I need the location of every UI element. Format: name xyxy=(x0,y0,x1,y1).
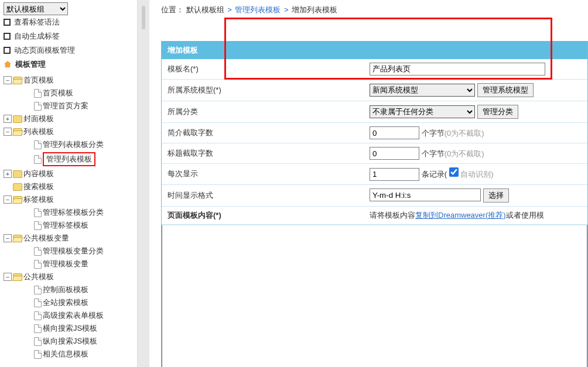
tree-label: 高级搜索表单模板 xyxy=(43,310,104,321)
file-icon xyxy=(34,337,42,346)
dynamic-page-template-mgmt[interactable]: 动态页面模板管理 xyxy=(4,43,137,57)
tree-leaf-list-manage[interactable]: 管理列表模板 xyxy=(4,151,137,167)
row-editor xyxy=(162,224,587,367)
tree-node-list[interactable]: − 列表模板 xyxy=(4,125,137,138)
expand-icon[interactable]: + xyxy=(4,115,12,123)
tree-label: 相关信息模板 xyxy=(43,349,88,359)
file-icon xyxy=(34,89,42,98)
breadcrumb-link-list[interactable]: 管理列表模板 xyxy=(235,5,281,14)
panel-title: 增加模板 xyxy=(162,42,587,59)
perpage-input[interactable] xyxy=(370,168,419,181)
template-name-input[interactable] xyxy=(370,63,545,76)
tree-leaf-tag-manage[interactable]: 管理标签模板 xyxy=(4,219,137,232)
collapse-icon[interactable]: − xyxy=(4,273,12,281)
auto-detect-checkbox[interactable] xyxy=(449,167,459,177)
splitter-handle-icon xyxy=(142,6,145,29)
dreamweaver-link[interactable]: 复制到Dreamweaver(推荐) xyxy=(415,211,506,219)
tree-node-search[interactable]: 搜索模板 xyxy=(4,180,137,193)
tree-line-icon xyxy=(4,183,12,191)
tree-label: 横向搜索JS模板 xyxy=(43,323,97,334)
tree-leaf-home-template[interactable]: 首页模板 xyxy=(4,87,137,100)
tree-line-icon xyxy=(25,102,33,110)
collapse-icon[interactable]: − xyxy=(4,195,12,204)
file-icon xyxy=(34,221,42,230)
tree-node-cover[interactable]: + 封面模板 xyxy=(4,112,137,125)
file-icon xyxy=(34,247,42,256)
file-icon xyxy=(34,311,42,320)
collapse-icon[interactable]: − xyxy=(4,76,12,84)
tree-node-pub[interactable]: − 公共模板 xyxy=(4,270,137,283)
template-group-select[interactable]: 默认模板组 xyxy=(4,2,68,15)
file-icon xyxy=(34,260,42,269)
expand-icon[interactable]: + xyxy=(4,170,12,178)
tree-leaf-pubvar-category[interactable]: 管理模板变量分类 xyxy=(4,245,137,258)
field-label: 时间显示格式 xyxy=(162,184,364,206)
time-format-input[interactable] xyxy=(370,188,481,201)
tree-label: 管理模板变量分类 xyxy=(43,246,104,256)
tree-leaf-pub-vjs[interactable]: 纵向搜索JS模板 xyxy=(4,335,137,348)
breadcrumb-prefix: 位置： xyxy=(161,5,184,14)
tree-leaf-pub-control[interactable]: 控制面板模板 xyxy=(4,283,137,296)
splitter[interactable] xyxy=(138,0,149,367)
row-title-chars: 标题截取字数 个字节(0为不截取) xyxy=(162,143,587,164)
tree-node-content[interactable]: + 内容模板 xyxy=(4,167,137,180)
row-timeformat: 时间显示格式 选择 xyxy=(162,184,587,206)
folder-icon xyxy=(13,183,22,191)
choose-time-format-button[interactable]: 选择 xyxy=(483,188,509,203)
system-model-select[interactable]: 新闻系统模型 xyxy=(370,84,475,97)
field-hint: (0为不截取) xyxy=(445,149,484,158)
folder-icon xyxy=(13,235,22,242)
tree-leaf-pub-hjs[interactable]: 横向搜索JS模板 xyxy=(4,322,137,335)
field-hint: 请将模板内容 xyxy=(370,211,415,219)
form-table: 模板名(*) 所属系统模型(*) 新闻系统模型 管理系统模型 所属分类 xyxy=(162,59,587,367)
folder-icon xyxy=(13,170,22,178)
folder-icon xyxy=(13,196,22,204)
tree-leaf-home-scheme[interactable]: 管理首页方案 xyxy=(4,100,137,112)
manage-system-model-button[interactable]: 管理系统模型 xyxy=(477,83,534,97)
category-select[interactable]: 不隶属于任何分类 xyxy=(370,105,475,118)
row-category: 所属分类 不隶属于任何分类 管理分类 xyxy=(162,101,587,123)
row-content-label: 页面模板内容(*) 请将模板内容复制到Dreamweaver(推荐)或者使用模 xyxy=(162,206,587,224)
tree-label: 标签模板 xyxy=(23,194,54,205)
intro-chars-input[interactable] xyxy=(370,126,419,139)
tree-leaf-pub-related[interactable]: 相关信息模板 xyxy=(4,348,137,361)
field-label: 所属系统模型(*) xyxy=(162,80,364,101)
file-icon xyxy=(34,299,42,307)
title-chars-input[interactable] xyxy=(370,147,419,160)
field-suffix: 条记录( xyxy=(422,170,447,179)
add-template-panel: 增加模板 模板名(*) 所属系统模型(*) 新闻系统模型 管理系统模型 xyxy=(161,41,588,367)
collapse-icon[interactable]: − xyxy=(4,128,12,136)
tree-label: 管理标签模板分类 xyxy=(43,207,104,218)
tree-leaf-pub-advsearch[interactable]: 高级搜索表单模板 xyxy=(4,309,137,322)
tree-label: 首页模板 xyxy=(43,88,73,98)
tree-line-icon xyxy=(25,311,33,320)
tree-leaf-tag-category[interactable]: 管理标签模板分类 xyxy=(4,206,137,219)
checkbox-label: 自动识别) xyxy=(460,170,493,179)
label: 模板管理 xyxy=(15,59,46,70)
tree-node-home[interactable]: − 首页模板 xyxy=(4,74,137,87)
row-template-name: 模板名(*) xyxy=(162,59,587,80)
tree-node-pubvar[interactable]: − 公共模板变量 xyxy=(4,232,137,245)
tree-label: 列表模板 xyxy=(23,126,54,137)
collapse-icon[interactable]: − xyxy=(4,234,12,242)
breadcrumb-item: 默认模板组 xyxy=(186,5,224,14)
tree-leaf-pub-sitesearch[interactable]: 全站搜索模板 xyxy=(4,296,137,309)
sidebar: 默认模板组 查看标签语法 自动生成标签 动态页面模板管理 模板管理 − 首页模板 xyxy=(0,0,138,367)
file-icon xyxy=(34,286,42,294)
square-icon xyxy=(4,19,11,26)
manage-category-button[interactable]: 管理分类 xyxy=(477,105,518,119)
tree-leaf-list-category[interactable]: 管理列表模板分类 xyxy=(4,138,137,151)
tree-line-icon xyxy=(25,350,33,358)
tree-node-tag[interactable]: − 标签模板 xyxy=(4,193,137,206)
tree-leaf-pubvar-manage[interactable]: 管理模板变量 xyxy=(4,258,137,270)
tree-line-icon xyxy=(25,286,33,294)
view-tag-syntax[interactable]: 查看标签语法 xyxy=(4,15,137,29)
file-icon xyxy=(34,350,42,359)
tree-label: 首页模板 xyxy=(23,75,54,85)
square-icon xyxy=(4,33,11,40)
tree-label: 控制面板模板 xyxy=(43,284,88,295)
field-hint: (0为不截取) xyxy=(445,129,484,138)
home-icon xyxy=(4,60,12,68)
auto-generate-tags[interactable]: 自动生成标签 xyxy=(4,29,137,43)
template-content-editor[interactable] xyxy=(162,225,587,368)
